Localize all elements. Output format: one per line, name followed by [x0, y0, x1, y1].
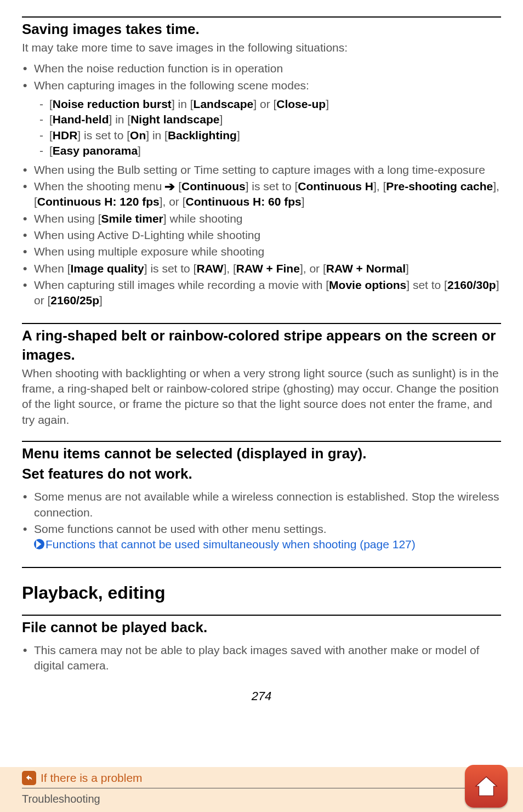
divider	[22, 615, 501, 616]
list-item: Some menus are not available while a wir…	[34, 489, 501, 521]
divider	[22, 323, 501, 324]
list-item: When using [Smile timer] while shooting	[34, 211, 501, 228]
list-item: This camera may not be able to play back…	[34, 643, 501, 675]
section-heading: File cannot be played back.	[22, 618, 501, 637]
section-heading: Saving images takes time.	[22, 20, 501, 39]
list-item: When using multiple exposure while shoot…	[34, 244, 501, 260]
major-heading: Playback, editing	[22, 581, 501, 605]
bullet-list: Some menus are not available while a wir…	[22, 489, 501, 553]
section-intro: It may take more time to save images in …	[22, 40, 501, 55]
cross-reference-link[interactable]: Functions that cannot be used simultaneo…	[34, 538, 416, 550]
list-item: [Easy panorama]	[49, 143, 501, 158]
section-heading: A ring-shaped belt or rainbow-colored st…	[22, 326, 501, 365]
section-saving-images: Saving images takes time. It may take mo…	[22, 16, 501, 310]
footer-section-link[interactable]: If there is a problem	[41, 770, 143, 786]
list-item: When using Active D-Lighting while shoot…	[34, 228, 501, 244]
home-icon	[474, 774, 499, 799]
list-item: When capturing still images while record…	[34, 277, 501, 310]
breadcrumb: Troubleshooting	[0, 791, 523, 812]
link-arrow-icon	[34, 539, 44, 549]
list-item: [HDR] is set to [On] in [Backlighting]	[49, 128, 501, 143]
section-file-playback: File cannot be played back. This camera …	[22, 615, 501, 675]
section-body: When shooting with backlighting or when …	[22, 366, 501, 428]
section-heading: Menu items cannot be selected (displayed…	[22, 444, 501, 463]
sub-list: [Noise reduction burst] in [Landscape] o…	[34, 96, 501, 158]
list-item: [Noise reduction burst] in [Landscape] o…	[49, 96, 501, 112]
list-item: When using the Bulb setting or Time sett…	[34, 162, 501, 179]
arrow-icon: ➔	[164, 178, 175, 195]
list-item: Some functions cannot be used with other…	[34, 521, 501, 554]
list-item: When the shooting menu ➔ [Continuous] is…	[34, 179, 501, 211]
back-icon[interactable]	[22, 771, 36, 785]
list-item: When the noise reduction function is in …	[34, 61, 501, 77]
divider	[22, 16, 501, 18]
home-button[interactable]	[465, 765, 508, 808]
bullet-list: When the noise reduction function is in …	[22, 61, 501, 309]
divider	[22, 567, 501, 568]
section-ring-stripe: A ring-shaped belt or rainbow-colored st…	[22, 323, 501, 428]
bullet-list: This camera may not be able to play back…	[22, 643, 501, 675]
section-menu-items: Menu items cannot be selected (displayed…	[22, 441, 501, 554]
list-item: When capturing images in the following s…	[34, 78, 501, 162]
page-number: 274	[22, 688, 501, 705]
section-heading: Set features do not work.	[22, 464, 501, 484]
list-item: When [Image quality] is set to [RAW], [R…	[34, 261, 501, 277]
list-item: [Hand-held] in [Night landscape]	[49, 112, 501, 127]
page-footer: If there is a problem Troubleshooting	[0, 767, 523, 812]
divider	[22, 441, 501, 442]
